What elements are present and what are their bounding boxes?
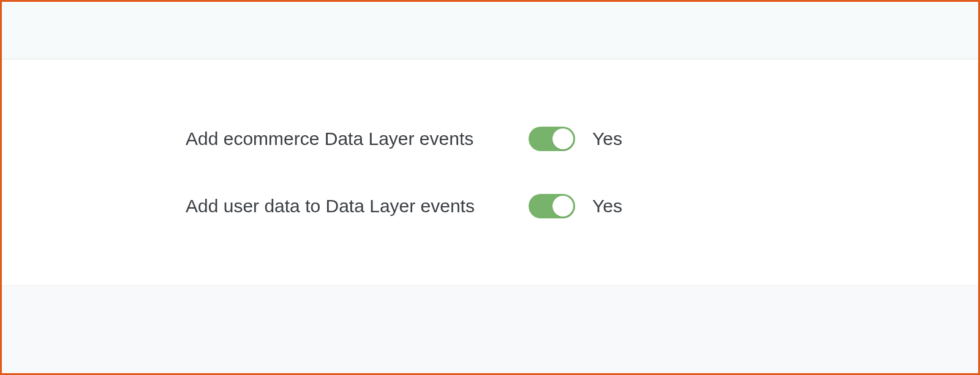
- toggle-user-data-events[interactable]: [529, 194, 575, 218]
- toggle-state-user-data-events: Yes: [592, 196, 622, 217]
- toggle-ecommerce-events[interactable]: [529, 127, 575, 151]
- footer-band: [2, 285, 978, 373]
- setting-label-user-data-events: Add user data to Data Layer events: [186, 196, 529, 217]
- settings-panel: Add ecommerce Data Layer events Yes Add …: [2, 59, 978, 285]
- setting-row-user-data-events: Add user data to Data Layer events Yes: [186, 194, 978, 218]
- setting-label-ecommerce-events: Add ecommerce Data Layer events: [186, 128, 529, 149]
- setting-row-ecommerce-events: Add ecommerce Data Layer events Yes: [186, 127, 978, 151]
- toggle-state-ecommerce-events: Yes: [592, 128, 622, 149]
- toggle-group-ecommerce-events: Yes: [529, 127, 622, 151]
- toggle-knob-icon: [552, 196, 573, 217]
- header-band: [2, 2, 978, 59]
- settings-frame: Add ecommerce Data Layer events Yes Add …: [0, 0, 980, 375]
- toggle-group-user-data-events: Yes: [529, 194, 622, 218]
- toggle-knob-icon: [552, 128, 573, 149]
